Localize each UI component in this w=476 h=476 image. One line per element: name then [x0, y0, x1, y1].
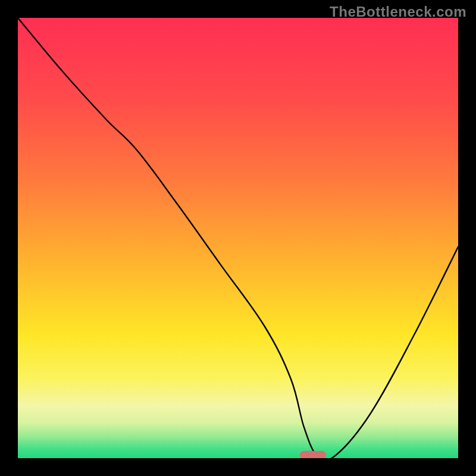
- chart-frame: TheBottleneck.com: [0, 0, 476, 476]
- gradient-background: [18, 18, 458, 458]
- chart-svg: [18, 18, 458, 458]
- chart-plot-area: [18, 18, 458, 458]
- optimal-marker: [300, 451, 326, 458]
- watermark-text: TheBottleneck.com: [330, 4, 466, 20]
